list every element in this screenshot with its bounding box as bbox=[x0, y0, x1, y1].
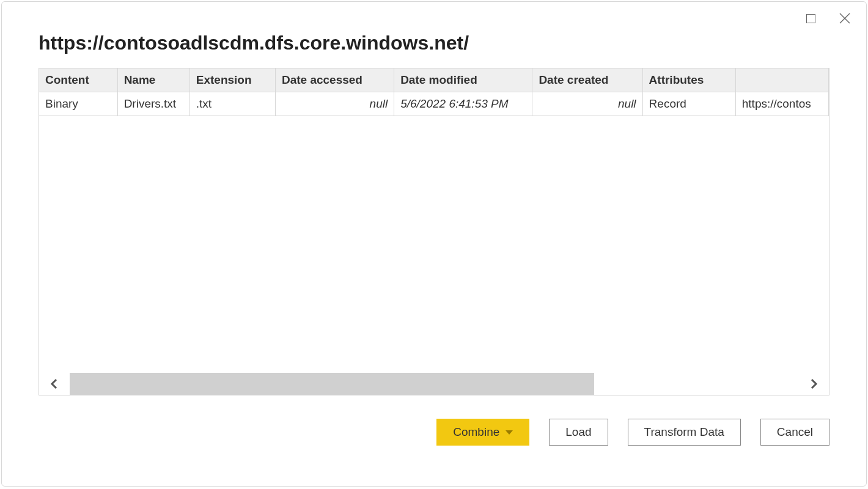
load-button[interactable]: Load bbox=[549, 419, 608, 446]
combine-button-label: Combine bbox=[453, 425, 499, 439]
cell-content: Binary bbox=[39, 92, 117, 116]
dialog-button-row: Combine Load Transform Data Cancel bbox=[39, 419, 829, 446]
preview-table-wrapper: Content Name Extension Date accessed Dat… bbox=[39, 68, 829, 395]
cell-name: Drivers.txt bbox=[117, 92, 189, 116]
col-header-path[interactable] bbox=[735, 68, 828, 92]
preview-table-area: Content Name Extension Date accessed Dat… bbox=[39, 68, 829, 373]
scroll-left-button[interactable] bbox=[39, 373, 70, 395]
combine-button[interactable]: Combine bbox=[436, 419, 529, 446]
cell-date-created: null bbox=[532, 92, 642, 116]
col-header-extension[interactable]: Extension bbox=[189, 68, 275, 92]
col-header-date-modified[interactable]: Date modified bbox=[394, 68, 532, 92]
cell-attributes: Record bbox=[642, 92, 735, 116]
cell-date-accessed: null bbox=[275, 92, 394, 116]
col-header-date-created[interactable]: Date created bbox=[532, 68, 642, 92]
horizontal-scrollbar[interactable] bbox=[39, 373, 829, 395]
col-header-attributes[interactable]: Attributes bbox=[642, 68, 735, 92]
col-header-content[interactable]: Content bbox=[39, 68, 117, 92]
maximize-icon bbox=[806, 14, 815, 23]
table-header-row: Content Name Extension Date accessed Dat… bbox=[39, 68, 829, 92]
navigator-dialog: https://contosoadlscdm.dfs.core.windows.… bbox=[1, 1, 867, 487]
scroll-right-button[interactable] bbox=[798, 373, 829, 395]
maximize-button[interactable] bbox=[803, 10, 818, 26]
chevron-right-icon bbox=[808, 378, 819, 389]
col-header-name[interactable]: Name bbox=[117, 68, 189, 92]
chevron-left-icon bbox=[49, 378, 60, 389]
transform-data-button[interactable]: Transform Data bbox=[628, 419, 741, 446]
scroll-thumb[interactable] bbox=[70, 373, 594, 395]
chevron-down-icon bbox=[506, 430, 513, 435]
cell-extension: .txt bbox=[189, 92, 275, 116]
close-icon bbox=[839, 13, 850, 24]
cell-date-modified: 5/6/2022 6:41:53 PM bbox=[394, 92, 532, 116]
preview-table: Content Name Extension Date accessed Dat… bbox=[39, 68, 829, 116]
cell-path: https://contos bbox=[735, 92, 828, 116]
col-header-date-accessed[interactable]: Date accessed bbox=[275, 68, 394, 92]
table-row[interactable]: Binary Drivers.txt .txt null 5/6/2022 6:… bbox=[39, 92, 829, 116]
titlebar-controls bbox=[803, 10, 853, 26]
cancel-button[interactable]: Cancel bbox=[760, 419, 829, 446]
close-button[interactable] bbox=[837, 10, 853, 26]
scroll-track[interactable] bbox=[70, 373, 798, 395]
page-title: https://contosoadlscdm.dfs.core.windows.… bbox=[39, 32, 829, 54]
